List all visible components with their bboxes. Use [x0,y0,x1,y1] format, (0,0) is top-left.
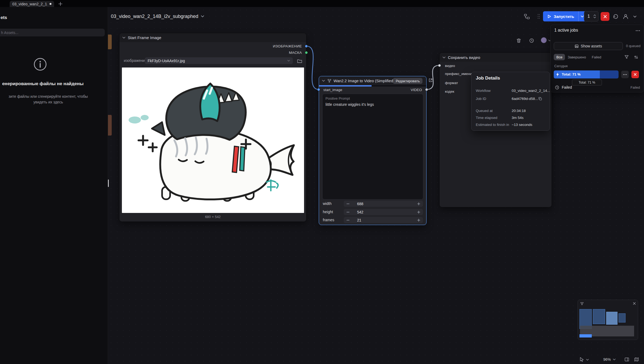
collapse-chevron-icon[interactable] [322,79,325,82]
start-image-input-slot[interactable] [317,88,320,91]
workflow-name: 03_video_wan2_2_14B_i2v_subgraphed [111,14,198,19]
minimap-viewport[interactable] [579,334,592,337]
video-input-slot[interactable] [438,64,441,67]
row-value: 6ad4769d-d58... [512,97,538,101]
clock-icon [555,85,559,90]
open-subgraph-button[interactable] [428,78,433,83]
positive-prompt-label: Positive Prompt [325,96,420,100]
graph-icon [524,13,530,20]
creature-illustration [122,67,304,213]
collapse-chevron-icon[interactable] [122,36,126,39]
empty-state-line1: зите файлы или сгенерируйте контент, что… [9,94,88,99]
filter-tab-failed[interactable]: Failed [589,54,604,60]
height-widget-row: height 542 [319,209,426,215]
plus-icon[interactable] [417,202,420,205]
minimap[interactable] [578,300,638,340]
job-details-row: Workflow 03_video_wan2_2_14... [471,89,550,94]
frames-stepper[interactable]: 21 [344,217,423,223]
map-icon [634,357,639,362]
sort-button[interactable] [633,54,639,60]
job-cancel-button[interactable] [631,71,639,78]
input-format-label: формат [445,81,458,85]
workflow-name-dropdown[interactable]: 03_video_wan2_2_14B_i2v_subgraphed [111,12,204,21]
empty-state-line2: увидеть их здесь [33,100,63,104]
minus-icon[interactable] [346,219,350,222]
user-button[interactable] [622,13,629,20]
mask-output-slot[interactable] [305,51,308,54]
offscreen-node-edge[interactable] [108,35,112,49]
copy-job-id-button[interactable] [538,96,542,101]
plus-icon[interactable] [417,219,420,222]
plus-icon[interactable] [417,211,420,214]
filter-tab-all[interactable]: Все [554,54,565,60]
subgraph-icon [327,79,331,83]
wan-progress-fill [319,85,372,87]
node-wan-image-to-video[interactable]: Wan2.2 Image to Video (Simplified) Редак… [319,76,426,225]
history-button[interactable] [612,13,619,20]
avatar[interactable] [541,37,547,43]
save-node-title: Сохранить видео [448,55,480,60]
toolbar-drag-handle[interactable] [537,13,541,20]
save-node-header[interactable]: Сохранить видео [440,53,552,62]
height-value[interactable]: 542 [357,210,417,214]
wan-node-title: Wan2.2 Image to Video (Simplified) [334,79,394,83]
filter-tab-completed[interactable]: Завершено [565,54,589,60]
start-node-title: Start Frame Image [128,35,161,40]
offscreen-node-edge[interactable] [108,115,112,136]
toggle-minimap-button[interactable] [633,356,640,363]
minimap-close-button[interactable] [632,302,636,305]
start-frame-image-preview[interactable] [122,67,304,213]
chevron-down-icon [633,15,637,18]
collapse-chevron-icon[interactable] [442,56,446,59]
width-stepper[interactable]: 688 [344,201,423,207]
open-file-button[interactable] [296,58,303,64]
height-stepper[interactable]: 542 [344,209,423,215]
zoom-level: 96% [603,357,611,362]
job-more-button[interactable] [621,71,629,78]
row-value: ~13 seconds [512,123,532,127]
node-history-button[interactable] [528,37,535,44]
image-file-name: FkF3yD-UoAAx91r.jpg [148,59,285,63]
minus-icon[interactable] [346,211,350,214]
unsaved-indicator-icon [50,3,51,5]
tab-title: 03_video_wan2_2_1... [12,2,47,6]
row-label: Time elapsed [476,116,497,120]
filter-button[interactable] [624,54,629,60]
zoom-dropdown[interactable]: 96% [603,356,616,363]
cursor-tool-button[interactable] [579,356,585,363]
stepper-arrows-icon [593,14,596,18]
copy-icon [538,97,542,101]
width-value[interactable]: 688 [357,202,417,206]
positive-prompt-text: little creature wiggles it's legs [325,102,420,107]
show-assets-button[interactable]: Show assets [554,42,623,50]
new-tab-button[interactable] [57,1,63,7]
jobs-panel-menu-button[interactable] [635,29,641,32]
node-start-frame-image[interactable]: Start Frame Image ИЗОБРАЖЕНИЕ МАСКА изоб… [119,33,306,222]
video-output-slot[interactable] [425,88,428,91]
search-placeholder: h Assets... [1,31,18,35]
row-value: 3m 54s [512,116,523,120]
job-details-popup: Job Details Workflow 03_video_wan2_2_14.… [471,72,550,131]
edit-subgraph-button[interactable]: Редактировать [393,78,422,84]
toggle-panel-button[interactable] [624,356,630,363]
delete-node-button[interactable] [515,37,522,44]
image-output-slot[interactable] [305,45,308,48]
workflows-overview-button[interactable] [523,13,530,20]
workflow-tab[interactable]: 03_video_wan2_2_1... [10,1,54,7]
assets-search-input[interactable]: h Assets... [0,29,105,36]
minus-icon[interactable] [346,202,350,205]
image-file-combo[interactable]: FkF3yD-UoAAx91r.jpg [145,57,293,64]
positive-prompt-textarea[interactable]: Positive Prompt little creature wiggles … [322,94,423,200]
active-job-progress[interactable]: Total: 71 % [554,70,619,78]
batch-count-stepper[interactable]: 1 [584,11,598,21]
job-details-title: Job Details [476,76,500,81]
run-button[interactable]: Запустить [543,11,578,21]
cancel-run-button[interactable] [601,12,609,21]
sidebar-resize-handle[interactable] [108,179,109,187]
toolbar-menu-button[interactable] [632,14,638,19]
start-node-header[interactable]: Start Frame Image [119,33,306,42]
frames-value[interactable]: 21 [357,218,417,222]
jobs-panel: 1 active jobs Show assets 0 queued Все З… [550,25,644,92]
wan-node-header[interactable]: Wan2.2 Image to Video (Simplified) Редак… [319,76,426,85]
cursor-tool-chevron-icon[interactable] [586,358,589,362]
